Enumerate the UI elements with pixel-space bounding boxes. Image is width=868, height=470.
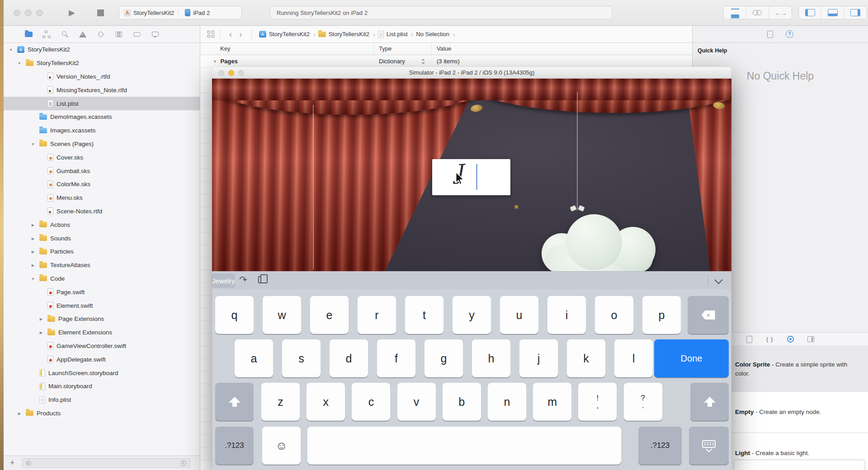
disclosure-triangle-icon[interactable] <box>8 47 14 52</box>
disclosure-triangle-icon[interactable] <box>30 263 36 268</box>
forward-button[interactable]: › <box>236 30 245 38</box>
disclosure-triangle-icon[interactable] <box>30 141 36 146</box>
file-tree-item[interactable]: StoryTellersKit2 <box>4 43 200 56</box>
letter-key[interactable]: q <box>215 296 254 334</box>
toggle-navigator-button[interactable] <box>799 6 821 19</box>
file-tree-item[interactable]: Scene-Notes.rtfd <box>4 205 200 218</box>
letter-key[interactable]: v <box>397 383 436 421</box>
letter-key[interactable]: h <box>472 339 510 377</box>
zoom-button[interactable] <box>36 9 43 16</box>
disclosure-triangle-icon[interactable] <box>30 236 36 241</box>
disclosure-triangle-icon[interactable] <box>16 411 23 416</box>
numbers-key[interactable]: .?123 <box>215 427 254 465</box>
file-tree-item[interactable]: GameViewController.swift <box>4 339 200 353</box>
letter-key[interactable]: b <box>443 383 481 421</box>
back-button[interactable]: ‹ <box>226 30 236 38</box>
file-tree-item[interactable]: Element Extensions <box>4 326 200 339</box>
file-tree-item[interactable]: LaunchScreen.storyboard <box>4 366 200 380</box>
stop-button[interactable] <box>89 5 112 20</box>
file-tree-item[interactable]: DemoImages.xcassets <box>4 110 200 124</box>
toggle-debug-area-button[interactable] <box>821 6 844 19</box>
file-tree-item[interactable]: MissingTextures_Note.rtfd <box>4 83 200 97</box>
letter-key[interactable]: x <box>307 383 345 421</box>
simulator-title-bar[interactable]: Simulator - iPad 2 - iPad 2 / iOS 9.0 (1… <box>212 67 731 79</box>
file-template-library-tab[interactable] <box>746 336 752 343</box>
letter-key[interactable]: j <box>519 339 558 377</box>
shift-key[interactable] <box>690 383 729 421</box>
letter-key[interactable]: z <box>261 383 300 421</box>
done-key[interactable]: Done <box>654 339 729 377</box>
letter-key[interactable]: t <box>405 296 443 334</box>
zoom-button[interactable] <box>238 70 244 76</box>
media-library-tab[interactable] <box>807 336 814 342</box>
standard-editor-button[interactable] <box>724 6 746 19</box>
column-divider[interactable] <box>373 43 374 55</box>
letter-key[interactable]: e <box>310 296 349 334</box>
version-editor-button[interactable]: ←→ <box>769 6 792 19</box>
plist-row-pages[interactable]: ▼ Pages Dictionary (3 items) <box>200 55 692 67</box>
disclosure-triangle-icon[interactable] <box>30 249 36 254</box>
minimize-button[interactable] <box>228 70 234 76</box>
disclosure-triangle-icon[interactable] <box>16 61 23 66</box>
letter-key[interactable]: f <box>377 339 415 377</box>
plist-type[interactable]: Dictionary <box>379 58 405 65</box>
letter-key[interactable]: o <box>595 296 633 334</box>
toggle-inspector-button[interactable] <box>844 6 867 19</box>
recent-files-icon[interactable] <box>181 461 186 466</box>
project-navigator-tab[interactable] <box>24 31 33 38</box>
disclosure-triangle-icon[interactable] <box>38 330 44 335</box>
letter-key[interactable]: a <box>235 339 273 377</box>
collapse-suggestions-icon[interactable] <box>714 276 722 284</box>
assistant-editor-button[interactable] <box>746 6 769 19</box>
close-button[interactable] <box>218 70 224 76</box>
letter-key[interactable]: i <box>547 296 586 334</box>
object-library-tab[interactable] <box>787 336 794 343</box>
emoji-key[interactable]: ☺ <box>262 427 301 465</box>
code-snippet-library-tab[interactable]: { } <box>766 336 774 343</box>
punctuation-key[interactable]: ? . <box>624 383 662 421</box>
close-button[interactable] <box>14 9 20 16</box>
filter-field[interactable] <box>22 458 190 468</box>
file-tree-item[interactable]: Page Extensions <box>4 312 200 326</box>
report-navigator-tab[interactable] <box>151 31 159 38</box>
breadcrumb-item[interactable]: List.plist <box>378 31 414 38</box>
letter-key[interactable]: m <box>533 383 571 421</box>
file-tree-item[interactable]: Particles <box>4 245 200 258</box>
file-tree-item[interactable]: Menu.sks <box>4 191 200 205</box>
letter-key[interactable]: c <box>352 383 390 421</box>
file-tree-item[interactable]: TextureAtlases <box>4 258 200 272</box>
file-tree-item[interactable]: Main.storyboard <box>4 380 200 393</box>
library-search-field[interactable] <box>733 460 865 470</box>
related-items-icon[interactable] <box>208 31 214 38</box>
breakpoint-navigator-tab[interactable] <box>133 31 141 38</box>
letter-key[interactable]: u <box>500 296 538 334</box>
file-tree-item[interactable]: Scenes (Pages) <box>4 137 200 151</box>
numbers-key[interactable]: .?123 <box>638 427 682 465</box>
minimize-button[interactable] <box>25 9 32 16</box>
disclosure-triangle-icon[interactable] <box>30 222 36 227</box>
file-tree-item[interactable]: Page.swift <box>4 285 200 299</box>
name-text-field[interactable]: J <box>432 159 510 195</box>
symbol-navigator-tab[interactable] <box>42 31 51 38</box>
file-inspector-tab[interactable] <box>767 31 773 38</box>
file-tree-item[interactable]: StoryTellersKit2 <box>4 56 200 70</box>
paste-icon[interactable] <box>258 276 264 283</box>
file-tree-item[interactable]: Info.plist <box>4 393 200 407</box>
issue-navigator-tab[interactable] <box>79 31 87 38</box>
letter-key[interactable]: p <box>642 296 681 334</box>
scheme-selector[interactable]: A StoryTellersKit2 〉 iPad 2 <box>119 6 242 19</box>
file-tree-item[interactable]: Products <box>4 407 200 420</box>
letter-key[interactable]: d <box>330 339 368 377</box>
add-button[interactable]: + <box>10 458 15 468</box>
file-tree-item[interactable]: Code <box>4 272 200 286</box>
file-tree-item[interactable]: Images.xcassets <box>4 124 200 137</box>
disclosure-triangle-icon[interactable]: ▼ <box>213 59 217 64</box>
file-tree-item[interactable]: AppDelegate.swift <box>4 352 200 366</box>
letter-key[interactable]: k <box>567 339 605 377</box>
debug-navigator-tab[interactable] <box>115 31 123 38</box>
letter-key[interactable]: s <box>282 339 321 377</box>
file-tree-item[interactable]: Version_Notes_.rtfd <box>4 70 200 84</box>
file-tree-item[interactable]: ColorMe.sks <box>4 178 200 191</box>
test-navigator-tab[interactable] <box>97 31 105 38</box>
dismiss-keyboard-key[interactable] <box>689 427 729 465</box>
